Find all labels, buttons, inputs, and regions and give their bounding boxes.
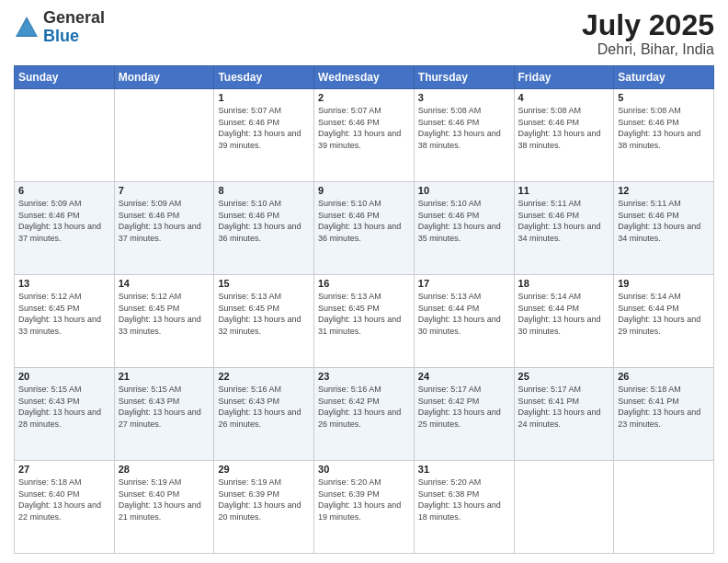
- cell-4-6: [614, 461, 714, 554]
- day-info-line: Sunrise: 5:15 AM: [18, 384, 110, 396]
- day-number: 28: [119, 464, 210, 475]
- day-info-line: Daylight: 13 hours and 27 minutes.: [119, 407, 210, 430]
- day-info-line: Daylight: 13 hours and 31 minutes.: [318, 314, 410, 337]
- day-number: 7: [119, 185, 210, 196]
- day-number: 21: [119, 371, 210, 382]
- day-number: 15: [218, 278, 310, 289]
- cell-0-5: 4Sunrise: 5:08 AMSunset: 6:46 PMDaylight…: [514, 89, 614, 182]
- day-info-line: Sunrise: 5:14 AM: [518, 291, 610, 303]
- page: General Blue July 2025 Dehri, Bihar, Ind…: [0, 0, 728, 563]
- main-title: July 2025: [582, 9, 714, 41]
- day-info-line: Daylight: 13 hours and 35 minutes.: [418, 221, 510, 244]
- cell-1-4: 10Sunrise: 5:10 AMSunset: 6:46 PMDayligh…: [414, 182, 514, 275]
- day-info-line: Sunset: 6:45 PM: [119, 303, 210, 315]
- logo-blue-text: Blue: [43, 27, 79, 45]
- day-number: 8: [218, 185, 310, 196]
- day-info-line: Sunset: 6:38 PM: [418, 488, 510, 500]
- day-info-line: Sunset: 6:43 PM: [18, 396, 110, 408]
- cell-3-0: 20Sunrise: 5:15 AMSunset: 6:43 PMDayligh…: [15, 368, 115, 461]
- cell-1-6: 12Sunrise: 5:11 AMSunset: 6:46 PMDayligh…: [614, 182, 714, 275]
- day-info-line: Sunrise: 5:07 AM: [318, 105, 410, 117]
- day-info-line: Daylight: 13 hours and 36 minutes.: [318, 221, 410, 244]
- day-number: 17: [418, 278, 510, 289]
- day-info-line: Sunrise: 5:13 AM: [418, 291, 510, 303]
- day-number: 30: [318, 464, 410, 475]
- day-info-line: Sunrise: 5:08 AM: [618, 105, 710, 117]
- day-info-line: Daylight: 13 hours and 22 minutes.: [18, 500, 110, 523]
- day-info-line: Daylight: 13 hours and 30 minutes.: [518, 314, 610, 337]
- col-thursday: Thursday: [414, 66, 514, 89]
- cell-3-4: 24Sunrise: 5:17 AMSunset: 6:42 PMDayligh…: [414, 368, 514, 461]
- cell-2-5: 18Sunrise: 5:14 AMSunset: 6:44 PMDayligh…: [514, 275, 614, 368]
- cell-1-1: 7Sunrise: 5:09 AMSunset: 6:46 PMDaylight…: [114, 182, 214, 275]
- logo-general-text: General: [43, 8, 105, 27]
- day-info-line: Sunrise: 5:18 AM: [618, 384, 710, 396]
- cell-4-5: [514, 461, 614, 554]
- cell-2-3: 16Sunrise: 5:13 AMSunset: 6:45 PMDayligh…: [314, 275, 415, 368]
- day-info-line: Sunrise: 5:11 AM: [618, 198, 710, 210]
- cell-1-3: 9Sunrise: 5:10 AMSunset: 6:46 PMDaylight…: [314, 182, 415, 275]
- day-info-line: Daylight: 13 hours and 34 minutes.: [518, 221, 610, 244]
- day-info-line: Sunrise: 5:19 AM: [218, 477, 310, 488]
- day-info-line: Daylight: 13 hours and 37 minutes.: [18, 221, 110, 244]
- cell-2-2: 15Sunrise: 5:13 AMSunset: 6:45 PMDayligh…: [214, 275, 314, 368]
- day-info-line: Daylight: 13 hours and 38 minutes.: [618, 128, 710, 151]
- day-number: 26: [618, 371, 710, 382]
- day-info-line: Sunset: 6:41 PM: [518, 396, 610, 408]
- day-info-line: Sunset: 6:42 PM: [418, 396, 510, 408]
- cell-3-3: 23Sunrise: 5:16 AMSunset: 6:42 PMDayligh…: [314, 368, 415, 461]
- calendar-table: Sunday Monday Tuesday Wednesday Thursday…: [14, 65, 714, 554]
- day-info-line: Daylight: 13 hours and 36 minutes.: [218, 221, 310, 244]
- day-number: 4: [518, 92, 610, 103]
- day-info-line: Daylight: 13 hours and 26 minutes.: [218, 407, 310, 430]
- day-number: 19: [618, 278, 710, 289]
- day-number: 11: [518, 185, 610, 196]
- cell-1-2: 8Sunrise: 5:10 AMSunset: 6:46 PMDaylight…: [214, 182, 314, 275]
- day-number: 9: [318, 185, 410, 196]
- cell-1-0: 6Sunrise: 5:09 AMSunset: 6:46 PMDaylight…: [15, 182, 115, 275]
- day-info-line: Sunset: 6:46 PM: [418, 117, 510, 129]
- day-info-line: Sunset: 6:44 PM: [518, 303, 610, 315]
- day-number: 20: [18, 371, 110, 382]
- subtitle: Dehri, Bihar, India: [582, 41, 714, 58]
- day-info-line: Sunrise: 5:08 AM: [518, 105, 610, 117]
- day-number: 1: [218, 92, 310, 103]
- day-info-line: Sunset: 6:39 PM: [218, 488, 310, 500]
- day-number: 23: [318, 371, 410, 382]
- day-info-line: Sunset: 6:40 PM: [18, 488, 110, 500]
- day-info-line: Sunset: 6:43 PM: [119, 396, 210, 408]
- cell-4-1: 28Sunrise: 5:19 AMSunset: 6:40 PMDayligh…: [114, 461, 214, 554]
- cell-0-0: [15, 89, 115, 182]
- day-info-line: Sunset: 6:44 PM: [418, 303, 510, 315]
- cell-0-2: 1Sunrise: 5:07 AMSunset: 6:46 PMDaylight…: [214, 89, 314, 182]
- day-number: 25: [518, 371, 610, 382]
- day-info-line: Sunset: 6:46 PM: [318, 210, 410, 222]
- week-row-0: 1Sunrise: 5:07 AMSunset: 6:46 PMDaylight…: [15, 89, 714, 182]
- week-row-1: 6Sunrise: 5:09 AMSunset: 6:46 PMDaylight…: [15, 182, 714, 275]
- day-info-line: Sunrise: 5:20 AM: [318, 477, 410, 488]
- day-number: 22: [218, 371, 310, 382]
- day-info-line: Sunrise: 5:12 AM: [119, 291, 210, 303]
- col-sunday: Sunday: [15, 66, 115, 89]
- day-info-line: Daylight: 13 hours and 38 minutes.: [518, 128, 610, 151]
- cell-0-1: [114, 89, 214, 182]
- cell-4-2: 29Sunrise: 5:19 AMSunset: 6:39 PMDayligh…: [214, 461, 314, 554]
- day-info-line: Sunset: 6:46 PM: [518, 210, 610, 222]
- cell-4-4: 31Sunrise: 5:20 AMSunset: 6:38 PMDayligh…: [414, 461, 514, 554]
- day-info-line: Daylight: 13 hours and 32 minutes.: [218, 314, 310, 337]
- day-number: 27: [18, 464, 110, 475]
- day-info-line: Sunset: 6:44 PM: [618, 303, 710, 315]
- day-info-line: Sunrise: 5:20 AM: [418, 477, 510, 488]
- day-info-line: Sunset: 6:42 PM: [318, 396, 410, 408]
- day-info-line: Daylight: 13 hours and 30 minutes.: [418, 314, 510, 337]
- col-monday: Monday: [114, 66, 214, 89]
- cell-3-1: 21Sunrise: 5:15 AMSunset: 6:43 PMDayligh…: [114, 368, 214, 461]
- day-info-line: Daylight: 13 hours and 25 minutes.: [418, 407, 510, 430]
- day-number: 16: [318, 278, 410, 289]
- day-info-line: Sunrise: 5:11 AM: [518, 198, 610, 210]
- day-info-line: Daylight: 13 hours and 37 minutes.: [119, 221, 210, 244]
- day-info-line: Sunset: 6:46 PM: [119, 210, 210, 222]
- day-info-line: Sunset: 6:46 PM: [618, 117, 710, 129]
- cell-1-5: 11Sunrise: 5:11 AMSunset: 6:46 PMDayligh…: [514, 182, 614, 275]
- cell-3-2: 22Sunrise: 5:16 AMSunset: 6:43 PMDayligh…: [214, 368, 314, 461]
